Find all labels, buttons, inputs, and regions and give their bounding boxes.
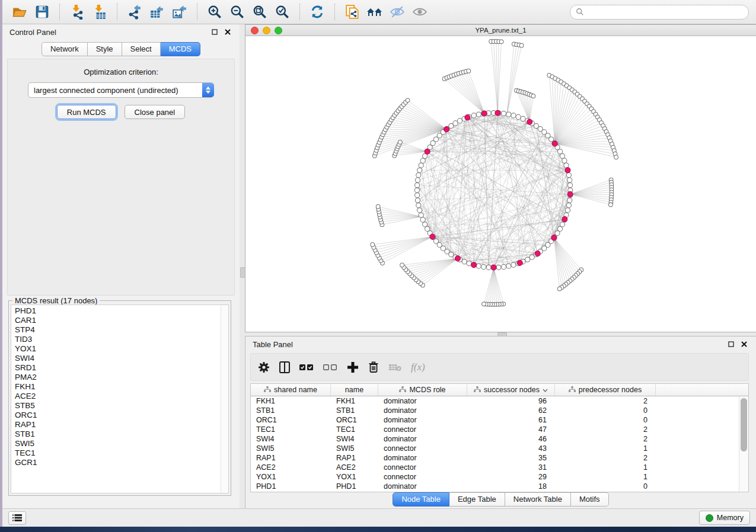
cell-name[interactable]: FKH1 (331, 396, 378, 406)
mcds-result-item[interactable]: TEC1 (15, 448, 228, 458)
column-header-shared-name[interactable]: shared name (251, 384, 331, 396)
cell-name[interactable]: SWI4 (331, 434, 378, 444)
cell-mcds_role[interactable]: dominator (378, 453, 467, 463)
mcds-result-list[interactable]: PHD1CAR1STP4TID3YOX1SWI4SRD1PMA2FKH1ACE2… (11, 305, 229, 493)
zoom-selected-icon[interactable] (272, 3, 292, 21)
cell-predecessor_nodes[interactable]: 0 (555, 415, 656, 425)
cell-name[interactable]: ACE2 (331, 463, 378, 472)
mcds-result-item[interactable]: PHD1 (15, 306, 228, 316)
tab-edge-table[interactable]: Edge Table (449, 492, 505, 507)
cell-successor_nodes[interactable]: 46 (467, 434, 555, 444)
open-file-icon[interactable] (9, 3, 30, 21)
tab-style[interactable]: Style (88, 42, 122, 56)
export-image-icon[interactable] (170, 3, 190, 21)
cell-predecessor_nodes[interactable]: 0 (555, 406, 656, 415)
table-row[interactable]: FKH1FKH1dominator962 (251, 396, 748, 406)
cell-predecessor_nodes[interactable]: 2 (555, 396, 656, 406)
cell-successor_nodes[interactable]: 61 (467, 415, 555, 425)
mcds-list-scrollbar[interactable] (221, 305, 228, 493)
task-history-button[interactable] (8, 511, 26, 525)
mcds-result-item[interactable]: STB5 (15, 401, 228, 411)
export-network-icon[interactable] (125, 3, 145, 21)
cell-predecessor_nodes[interactable]: 2 (555, 453, 656, 463)
mcds-result-item[interactable]: YOX1 (15, 344, 228, 354)
cell-name[interactable]: RAP1 (331, 453, 378, 463)
table-row[interactable]: STB1STB1dominator620 (251, 406, 748, 415)
tab-select[interactable]: Select (122, 42, 161, 56)
cell-successor_nodes[interactable]: 31 (467, 463, 555, 472)
cell-mcds_role[interactable]: dominator (378, 406, 467, 415)
save-session-icon[interactable] (32, 3, 52, 21)
export-table-icon[interactable] (147, 3, 167, 21)
cell-shared_name[interactable]: SWI4 (251, 434, 331, 444)
mcds-result-item[interactable]: SWI5 (15, 439, 228, 448)
memory-button[interactable]: Memory (699, 511, 750, 525)
zoom-in-icon[interactable] (205, 3, 225, 21)
cell-successor_nodes[interactable]: 96 (467, 396, 555, 406)
cell-predecessor_nodes[interactable]: 2 (555, 434, 656, 444)
cell-successor_nodes[interactable]: 18 (467, 482, 555, 491)
vertical-split-divider[interactable] (240, 24, 245, 509)
tab-node-table[interactable]: Node Table (393, 492, 449, 507)
mcds-result-item[interactable]: ORC1 (15, 411, 228, 420)
cell-mcds_role[interactable]: dominator (378, 482, 467, 491)
close-panel-icon[interactable] (739, 339, 749, 349)
table-row[interactable]: ORC1ORC1dominator610 (251, 415, 748, 425)
close-panel-button[interactable]: Close panel (125, 105, 186, 119)
mcds-result-item[interactable]: FKH1 (15, 382, 228, 392)
cell-predecessor_nodes[interactable]: 1 (555, 444, 656, 453)
column-header-predecessor-nodes[interactable]: predecessor nodes (555, 384, 656, 396)
table-row[interactable]: SWI5SWI5connector431 (251, 444, 748, 453)
cell-shared_name[interactable]: YOX1 (251, 472, 331, 482)
cell-mcds_role[interactable]: connector (378, 444, 467, 453)
tab-network[interactable]: Network (42, 42, 88, 56)
cell-name[interactable]: YOX1 (331, 472, 378, 482)
cell-name[interactable]: PHD1 (331, 482, 378, 491)
cell-predecessor_nodes[interactable]: 0 (555, 482, 656, 491)
cell-mcds_role[interactable]: dominator (378, 415, 467, 425)
tab-motifs[interactable]: Motifs (571, 492, 609, 507)
float-panel-icon[interactable] (210, 27, 219, 37)
cell-shared_name[interactable]: SWI5 (251, 444, 331, 453)
mcds-result-item[interactable]: STB1 (15, 430, 228, 439)
cell-name[interactable]: STB1 (331, 406, 378, 415)
cell-predecessor_nodes[interactable]: 1 (555, 472, 656, 482)
float-panel-icon[interactable] (726, 339, 736, 349)
show-all-icon[interactable] (410, 3, 430, 21)
run-mcds-button[interactable]: Run MCDS (57, 105, 116, 119)
cell-predecessor_nodes[interactable]: 1 (555, 463, 656, 472)
table-row[interactable]: SWI4SWI4dominator462 (251, 434, 748, 444)
refresh-icon[interactable] (307, 3, 327, 21)
cell-shared_name[interactable]: ORC1 (251, 415, 331, 425)
cell-shared_name[interactable]: TEC1 (251, 425, 331, 434)
mcds-result-item[interactable]: SWI4 (15, 354, 228, 363)
table-scrollbar[interactable] (739, 396, 748, 492)
select-all-columns-icon[interactable] (299, 360, 314, 375)
network-canvas[interactable] (245, 36, 756, 332)
search-box[interactable] (570, 5, 749, 20)
table-row[interactable]: RAP1RAP1dominator352 (251, 453, 748, 463)
cell-mcds_role[interactable]: dominator (378, 434, 467, 444)
search-input[interactable] (588, 7, 743, 17)
duplicate-network-icon[interactable] (342, 3, 362, 21)
import-network-icon[interactable] (67, 3, 87, 21)
first-neighbors-icon[interactable] (365, 3, 385, 21)
close-panel-icon[interactable] (223, 27, 232, 37)
mcds-result-item[interactable]: RAP1 (15, 420, 228, 430)
cell-successor_nodes[interactable]: 29 (467, 472, 555, 482)
cell-name[interactable]: SWI5 (331, 444, 378, 453)
cell-mcds_role[interactable]: connector (378, 425, 467, 434)
mcds-result-item[interactable]: GCR1 (15, 458, 228, 467)
cell-predecessor_nodes[interactable]: 2 (555, 425, 656, 434)
table-row[interactable]: TEC1TEC1connector472 (251, 425, 748, 434)
settings-gear-icon[interactable] (258, 360, 270, 375)
tab-network-table[interactable]: Network Table (505, 492, 571, 507)
cell-successor_nodes[interactable]: 62 (467, 406, 555, 415)
add-column-icon[interactable] (347, 360, 359, 375)
cell-successor_nodes[interactable]: 43 (467, 444, 555, 453)
cell-shared_name[interactable]: RAP1 (251, 453, 331, 463)
table-scrollbar-thumb[interactable] (741, 398, 747, 451)
cell-name[interactable]: ORC1 (331, 415, 378, 425)
table-row[interactable]: YOX1YOX1connector291 (251, 472, 748, 482)
mcds-result-item[interactable]: SRD1 (15, 363, 228, 373)
